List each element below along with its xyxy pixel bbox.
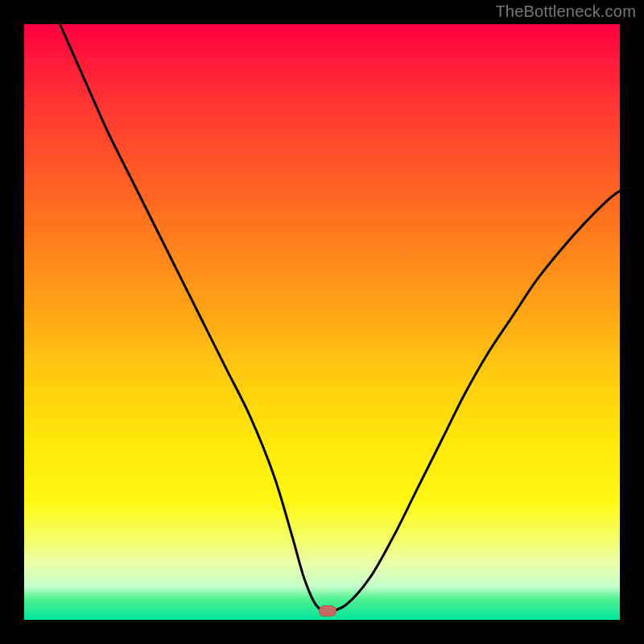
chart-frame: TheBottleneck.com xyxy=(0,0,644,644)
watermark-text: TheBottleneck.com xyxy=(495,2,636,21)
optimum-marker xyxy=(319,605,336,617)
bottleneck-curve-svg xyxy=(24,24,620,620)
bottleneck-curve-path xyxy=(60,24,620,611)
plot-area xyxy=(24,24,620,620)
